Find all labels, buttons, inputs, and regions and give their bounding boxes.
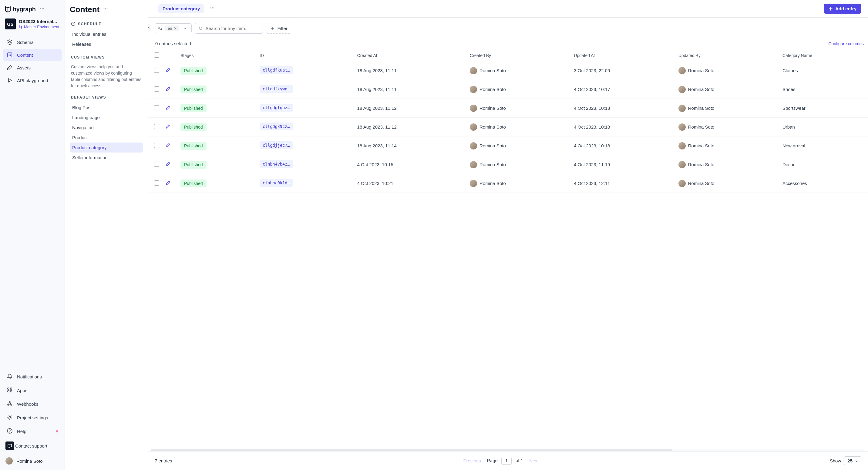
page-title-menu-icon[interactable] [103, 6, 108, 13]
workspace-environment: Master Environment [19, 25, 59, 29]
table-row[interactable]: Published cllgdfkuatfqd0... 18 Aug 2023,… [148, 61, 868, 80]
column-header[interactable]: Created At [354, 50, 467, 61]
updated-at: 4 Oct 2023, 11:19 [571, 155, 675, 174]
brand-logo[interactable]: hygraph [5, 6, 35, 13]
default-view-item[interactable]: Navigation [70, 123, 143, 132]
next-button[interactable]: Next [529, 458, 539, 463]
table-row[interactable]: Published cllgdglqpzuer0... 18 Aug 2023,… [148, 99, 868, 118]
nav-item-assets[interactable]: Assets [3, 62, 62, 74]
entry-id[interactable]: cllgdfxywner4... [259, 85, 293, 93]
primary-sidebar: hygraph GS GS2023 Internal... Master Env… [0, 0, 65, 470]
created-at: 4 Oct 2023, 10:15 [354, 155, 467, 174]
edit-row-button[interactable] [165, 68, 170, 74]
column-header[interactable]: Updated At [571, 50, 675, 61]
entry-id[interactable]: cllgdgx9czv1y... [259, 123, 293, 130]
avatar [470, 180, 477, 187]
row-checkbox[interactable] [154, 124, 159, 129]
filter-button[interactable]: Filter [266, 23, 292, 34]
brand-menu-icon[interactable] [38, 5, 46, 13]
default-view-item[interactable]: Blog Post [70, 102, 143, 113]
category-name: Urban [779, 118, 868, 136]
updated-by: Romina Soto [678, 86, 776, 93]
nav-item-api-playground[interactable]: API playground [3, 74, 62, 86]
workspace-badge: GS [5, 19, 16, 29]
schedule-item[interactable]: Releases [70, 39, 143, 49]
nav-item-apps[interactable]: Apps [3, 384, 62, 397]
column-header[interactable]: Created By [467, 50, 571, 61]
created-at: 18 Aug 2023, 11:11 [354, 80, 467, 99]
nav-item-webhooks[interactable]: Webhooks [3, 398, 62, 411]
row-checkbox[interactable] [154, 143, 159, 148]
svg-point-0 [40, 8, 41, 9]
table-row[interactable]: Published clnbhc0k1dr1f... 4 Oct 2023, 1… [148, 174, 868, 193]
entry-id[interactable]: cllgdglqpzuer0... [259, 104, 293, 112]
edit-row-button[interactable] [165, 181, 170, 187]
column-header[interactable]: Stages [178, 50, 256, 61]
updated-at: 4 Oct 2023, 10:18 [571, 118, 675, 136]
stage-badge: Published [181, 142, 207, 150]
horizontal-scrollbar[interactable] [151, 449, 865, 451]
entry-id[interactable]: clnbhc0k1dr1f... [259, 179, 293, 187]
table-row[interactable]: Published clnbh4vb4z8g... 4 Oct 2023, 10… [148, 155, 868, 174]
edit-row-button[interactable] [165, 125, 170, 130]
edit-row-button[interactable] [165, 87, 170, 92]
created-at: 18 Aug 2023, 11:12 [354, 99, 467, 118]
entry-id[interactable]: clnbh4vb4z8g... [259, 160, 293, 168]
main-content: Product category Add entry en ✕ [148, 0, 868, 470]
default-view-item[interactable]: Product category [70, 143, 143, 153]
stage-badge: Published [181, 161, 207, 168]
default-view-item[interactable]: Landing page [70, 113, 143, 123]
remove-language-icon[interactable]: ✕ [174, 26, 177, 31]
language-tag[interactable]: en ✕ [165, 26, 179, 31]
default-view-item[interactable]: Product [70, 132, 143, 143]
current-user[interactable]: Romina Soto [2, 454, 63, 468]
column-header[interactable]: ID [256, 50, 354, 61]
svg-rect-10 [8, 390, 9, 392]
row-checkbox[interactable] [154, 86, 159, 92]
updated-at: 3 Oct 2023, 22:09 [571, 61, 675, 80]
entry-id[interactable]: cllgdfkuatfqd0... [259, 66, 293, 74]
configure-columns-link[interactable]: Configure columns [828, 41, 864, 46]
table-row[interactable]: Published cllgdfxywner4... 18 Aug 2023, … [148, 80, 868, 99]
stage-badge: Published [181, 180, 207, 187]
schema-icon [7, 39, 13, 45]
language-selector[interactable]: en ✕ [155, 23, 192, 33]
nav-item-project-settings[interactable]: Project settings [3, 411, 62, 424]
table-row[interactable]: Published cllgdjjec7wnt0... 18 Aug 2023,… [148, 136, 868, 155]
nav-item-schema[interactable]: Schema [3, 36, 62, 48]
schedule-item[interactable]: Individual entries [70, 29, 143, 39]
search-input[interactable] [206, 26, 259, 31]
breadcrumb-menu-icon[interactable] [210, 5, 215, 12]
row-checkbox[interactable] [154, 68, 159, 73]
select-all-checkbox[interactable] [154, 53, 159, 58]
nav-item-content[interactable]: Content [3, 49, 62, 61]
chevron-down-icon [855, 460, 858, 462]
edit-row-button[interactable] [165, 106, 170, 111]
nav-item-help[interactable]: Help [3, 425, 62, 438]
column-header[interactable]: Category Name [779, 50, 868, 61]
default-view-item[interactable]: Seller information [70, 153, 143, 162]
nav-item-notifications[interactable]: Notifications [3, 370, 62, 383]
nav-item-contact-support[interactable]: Contact support [3, 438, 62, 453]
avatar [470, 142, 477, 150]
edit-row-button[interactable] [165, 162, 170, 168]
row-checkbox[interactable] [154, 181, 159, 186]
search-box[interactable] [195, 23, 263, 34]
created-by: Romina Soto [470, 86, 568, 93]
table-row[interactable]: Published cllgdgx9czv1y... 18 Aug 2023, … [148, 118, 868, 136]
edit-row-button[interactable] [165, 144, 170, 149]
previous-button[interactable]: Previous [463, 458, 481, 463]
page-size-select[interactable]: 25 [844, 456, 861, 465]
add-entry-button[interactable]: Add entry [824, 4, 861, 13]
row-checkbox[interactable] [154, 105, 159, 111]
workspace-switcher[interactable]: GS GS2023 Internal... Master Environment [2, 17, 63, 35]
row-checkbox[interactable] [154, 162, 159, 167]
column-header[interactable]: Updated By [675, 50, 779, 61]
nav-item-label: Webhooks [17, 402, 38, 407]
breadcrumb-chip[interactable]: Product category [158, 4, 204, 13]
entry-id[interactable]: cllgdjjec7wnt0... [259, 141, 293, 149]
collapse-sidebar-button[interactable] [148, 24, 151, 31]
plus-icon [829, 7, 833, 11]
chevron-down-icon[interactable] [182, 26, 189, 31]
page-input[interactable] [501, 457, 512, 465]
